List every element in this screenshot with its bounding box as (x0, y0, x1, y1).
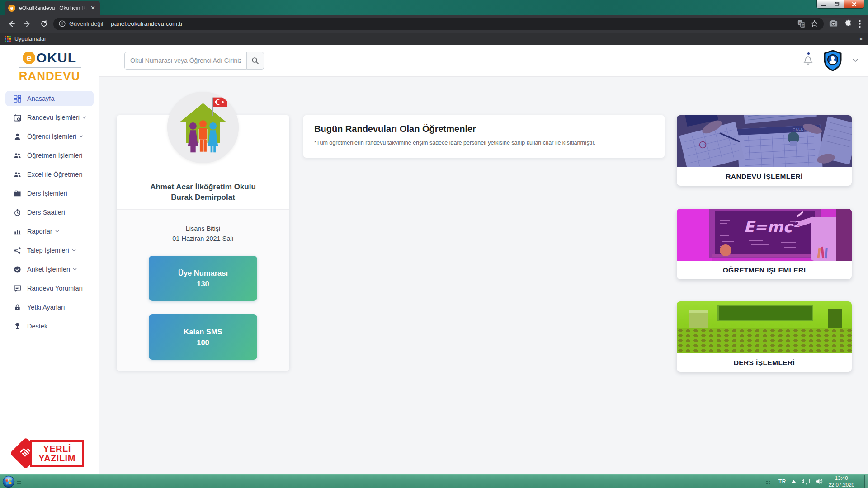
logo-e-icon: e (23, 52, 35, 64)
sidebar-item-talep-islemleri[interactable]: Talep İşlemleri (5, 243, 94, 258)
search-icon (251, 57, 259, 65)
account-shield-avatar[interactable] (823, 50, 843, 71)
shield-avatar-icon (823, 50, 843, 71)
volume-icon[interactable] (816, 478, 823, 485)
badge-line2: YAZILIM (38, 454, 75, 463)
sidebar-item-label: Excel ile Öğretmen (27, 171, 83, 178)
window-close-button[interactable] (844, 0, 864, 8)
sidebar-item-label: Ders İşlemleri (27, 190, 67, 197)
bell-icon (803, 56, 813, 66)
chevron-down-icon (55, 230, 59, 233)
sidebar-item-ders-saatleri[interactable]: Ders Saatleri (5, 205, 94, 220)
search-input[interactable] (124, 52, 246, 70)
school-and-user-name: Ahmet Acar İlköğretim Okulu Burak Demirp… (117, 182, 289, 203)
window-maximize-button[interactable] (830, 0, 844, 8)
apps-grid-icon[interactable] (5, 36, 11, 42)
url-text[interactable]: panel.eokulrandevu.com.tr (111, 20, 794, 27)
show-desktop-button[interactable] (864, 475, 868, 488)
logo-okul-text: OKUL (36, 50, 76, 66)
ogretmen-islemleri-card[interactable]: E=mc² (677, 209, 852, 279)
remaining-sms-value: 100 (197, 338, 209, 347)
bookmarks-apps-label[interactable]: Uygulamalar (14, 36, 46, 42)
user-name: Burak Demirpolat (117, 192, 289, 203)
card-label: ÖĞRETMEN İŞLEMLERİ (677, 261, 852, 279)
camera-extension-icon[interactable] (829, 19, 838, 28)
dashboard-content: Ahmet Acar İlköğretim Okulu Burak Demirp… (99, 77, 868, 474)
logo-randevu-text: RANDEVU (19, 69, 80, 83)
start-button[interactable] (2, 475, 15, 488)
bookmark-star-icon[interactable] (811, 20, 818, 28)
logo-divider (19, 67, 81, 68)
security-label[interactable]: Güvenli değil (69, 20, 103, 27)
badge-text-box: YERLİ YAZILIM (30, 440, 84, 467)
taskbar-grip (17, 476, 22, 488)
badge-line1: YERLİ (43, 444, 71, 454)
dashboard-icon (14, 95, 27, 103)
folder-icon (14, 190, 27, 197)
student-search (124, 52, 264, 70)
sidebar-item-ogretmen-islemleri[interactable]: Öğretmen İşlemleri (5, 148, 94, 163)
extensions-puzzle-icon[interactable] (844, 19, 853, 28)
tab-close-icon[interactable]: ✕ (90, 5, 95, 11)
chevron-down-icon (73, 268, 77, 271)
remaining-sms-label: Kalan SMS (184, 328, 222, 336)
address-bar[interactable]: Güvenli değil panel.eokulrandevu.com.tr … (53, 18, 824, 30)
panel-title: Bugün Randevuları Olan Öğretmenler (314, 124, 654, 134)
school-avatar (167, 92, 239, 163)
member-number-button[interactable]: Üye Numarası 130 (149, 256, 257, 301)
sidebar-item-excel-ile-ogretmen[interactable]: Excel ile Öğretmen (5, 167, 94, 182)
window-minimize-button[interactable] (817, 0, 830, 8)
sidebar: e OKUL RANDEVU Anasayfa Randev (0, 45, 99, 474)
sidebar-item-label: Anasayfa (27, 95, 54, 102)
sidebar-item-randevu-islemleri[interactable]: Randevu İşlemleri (5, 110, 94, 125)
sidebar-item-raporlar[interactable]: Raporlar (5, 224, 94, 239)
web-page: e OKUL RANDEVU Anasayfa Randev (0, 45, 868, 474)
support-icon (14, 323, 27, 330)
chevron-down-icon (72, 249, 76, 252)
sidebar-item-anket-islemleri[interactable]: Anket İşlemleri (5, 262, 94, 277)
sidebar-item-anasayfa[interactable]: Anasayfa (5, 91, 94, 106)
clock-date: 22.07.2020 (828, 482, 854, 488)
reload-button[interactable] (37, 17, 51, 31)
browser-tabstrip: e eOkulRandevu | Okul için Randev ✕ (0, 0, 868, 15)
forward-button[interactable] (21, 17, 34, 31)
translate-icon[interactable]: a文 (797, 20, 805, 28)
browser-menu-icon[interactable] (859, 20, 861, 28)
card-label: RANDEVU İŞLEMLERİ (677, 167, 852, 186)
clock-time: 13:40 (828, 475, 854, 481)
clock[interactable]: 13:40 22.07.2020 (828, 475, 854, 488)
eokul-randevu-logo[interactable]: e OKUL RANDEVU (0, 45, 99, 84)
bookmarks-overflow-chevron[interactable]: » (859, 35, 863, 42)
sidebar-item-ogrenci-islemleri[interactable]: Öğrenci İşlemleri (5, 129, 94, 144)
remaining-sms-button[interactable]: Kalan SMS 100 (149, 314, 257, 360)
chevron-down-icon (853, 59, 858, 62)
back-button[interactable] (5, 17, 18, 31)
language-indicator[interactable]: TR (778, 479, 786, 485)
info-icon (59, 20, 66, 27)
account-menu-chevron[interactable] (853, 59, 858, 62)
yerli-yazilim-badge: YERLİ YAZILIM (16, 439, 84, 468)
sidebar-item-ders-islemleri[interactable]: Ders İşlemleri (5, 186, 94, 201)
chalkboard-image: E=mc² (677, 209, 852, 261)
search-button[interactable] (246, 52, 264, 70)
sidebar-item-label: Talep İşlemleri (27, 247, 69, 254)
windows-taskbar: TR 13:40 22.07.2020 (0, 474, 868, 488)
notification-dot (807, 52, 810, 55)
ders-islemleri-card[interactable]: DERS İŞLEMLERİ (677, 301, 852, 372)
share-icon (14, 247, 27, 254)
randevu-islemleri-card[interactable]: CALENDAR (677, 115, 852, 186)
check-circle-icon (14, 266, 27, 273)
browser-tab[interactable]: e eOkulRandevu | Okul için Randev ✕ (5, 1, 100, 15)
sidebar-item-label: Destek (27, 323, 47, 330)
card-label: DERS İŞLEMLERİ (677, 353, 852, 372)
tray-expand-icon[interactable] (791, 480, 796, 483)
notifications-button[interactable] (803, 56, 813, 66)
sidebar-item-randevu-yorumlari[interactable]: Randevu Yorumları (5, 281, 94, 296)
network-icon[interactable] (802, 478, 810, 485)
sidebar-item-yetki-ayarlari[interactable]: Yetki Ayarları (5, 300, 94, 315)
lock-icon (14, 304, 27, 311)
student-person-icon (14, 133, 27, 141)
divider (107, 20, 107, 28)
sidebar-menu: Anasayfa Randevu İşlemleri Öğrenci İşlem… (0, 84, 99, 334)
sidebar-item-destek[interactable]: Destek (5, 319, 94, 334)
